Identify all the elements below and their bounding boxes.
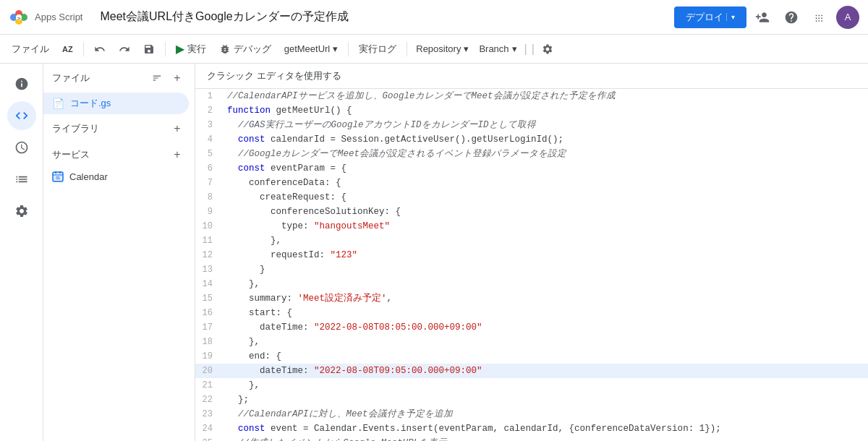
function-selector[interactable]: getMeetUrl ▾ xyxy=(278,39,344,59)
files-title: ファイル xyxy=(52,72,90,85)
files-sort-button[interactable] xyxy=(148,69,166,87)
sort-icon xyxy=(152,73,162,83)
file-panel-actions: + xyxy=(148,69,186,87)
sidebar-item-triggers[interactable] xyxy=(7,133,36,162)
classic-editor-banner[interactable]: クラシック エディタを使用する xyxy=(195,64,868,89)
toolbar: ファイル AZ ▶ 実行 デバッグ getMeetUrl ▾ 実行ログ Repo… xyxy=(0,35,868,64)
deploy-button[interactable]: デプロイ ▾ xyxy=(674,7,746,28)
files-add-icon: + xyxy=(174,72,180,84)
table-row: 10 type: "hangoutsMeet" xyxy=(195,219,868,234)
line-content: function getMeetUrl() { xyxy=(224,103,868,118)
run-icon: ▶ xyxy=(176,42,184,56)
line-content: dateTime: "2022-08-08T08:05:00.000+09:00… xyxy=(224,320,868,335)
editor-area: クラシック エディタを使用する 1//CalendarAPIサービスを追加し、G… xyxy=(195,64,868,441)
repository-label: Repository xyxy=(416,43,461,54)
project-title: Meet会議URL付きGoogleカレンダーの予定作成 xyxy=(100,9,674,25)
line-content: conferenceData: { xyxy=(224,176,868,190)
table-row: 18 }, xyxy=(195,335,868,349)
table-row: 5 //GoogleカレンダーでMeet会議が設定されるイベント登録パラメータを… xyxy=(195,147,868,161)
avatar[interactable]: A xyxy=(836,6,859,29)
service-name-calendar: Calendar xyxy=(69,171,108,182)
line-number: 19 xyxy=(195,349,224,364)
line-number: 2 xyxy=(195,103,224,118)
line-number: 15 xyxy=(195,291,224,306)
table-row: 21 }, xyxy=(195,378,868,393)
svg-text:31: 31 xyxy=(56,176,60,180)
file-menu-button[interactable]: ファイル xyxy=(6,39,55,59)
libraries-header: ライブラリ + xyxy=(43,114,195,140)
line-number: 12 xyxy=(195,248,224,262)
divider-5: | xyxy=(523,43,529,56)
sidebar-item-settings[interactable] xyxy=(7,197,36,226)
line-number: 10 xyxy=(195,219,224,234)
apps-script-logo: > xyxy=(9,7,29,27)
code-table: 1//CalendarAPIサービスを追加し、GoogleカレンダーでMeet会… xyxy=(195,89,868,441)
table-row: 4 const calendarId = Session.getActiveUs… xyxy=(195,132,868,147)
debug-button[interactable]: デバッグ xyxy=(213,39,277,59)
line-number: 1 xyxy=(195,89,224,103)
divider-2 xyxy=(165,42,166,56)
line-content: type: "hangoutsMeet" xyxy=(224,219,868,234)
calendar-service-icon: 31 xyxy=(52,171,64,182)
line-number: 14 xyxy=(195,277,224,291)
settings-icon xyxy=(14,204,29,218)
line-content: const eventParam = { xyxy=(224,161,868,176)
az-sort-button[interactable]: AZ xyxy=(56,39,79,59)
line-content: createRequest: { xyxy=(224,190,868,205)
function-name: getMeetUrl xyxy=(284,43,331,54)
line-number: 11 xyxy=(195,234,224,248)
file-icon: 📄 xyxy=(52,98,64,109)
line-number: 24 xyxy=(195,421,224,436)
redo-button[interactable] xyxy=(113,39,136,59)
services-title: サービス xyxy=(52,148,90,161)
line-content: } xyxy=(224,262,868,277)
line-number: 7 xyxy=(195,176,224,190)
exec-log-button[interactable]: 実行ログ xyxy=(353,39,402,59)
table-row: 8 createRequest: { xyxy=(195,190,868,205)
table-row: 13 } xyxy=(195,262,868,277)
file-item-code-gs[interactable]: 📄 コード.gs xyxy=(43,93,189,114)
run-button[interactable]: ▶ 実行 xyxy=(170,39,212,59)
sidebar-item-info[interactable] xyxy=(7,69,36,98)
file-panel: ファイル + 📄 コード.gs ライブラリ + サービス + xyxy=(43,64,195,441)
gear-icon xyxy=(542,43,553,55)
function-chevron-icon: ▾ xyxy=(333,43,338,54)
apps-button[interactable] xyxy=(807,4,833,30)
table-row: 19 end: { xyxy=(195,349,868,364)
save-button[interactable] xyxy=(137,39,161,59)
editor-settings-button[interactable] xyxy=(537,39,558,59)
table-row: 9 conferenceSolutionKey: { xyxy=(195,205,868,219)
table-row: 14 }, xyxy=(195,277,868,291)
table-row: 15 summary: 'Meet設定済み予定', xyxy=(195,291,868,306)
logo-area: > Apps Script xyxy=(9,7,82,27)
branch-chevron-icon: ▾ xyxy=(512,43,517,54)
libraries-add-button[interactable]: + xyxy=(169,120,186,137)
table-row: 23 //CalendarAPIに対し、Meet会議付き予定を追加 xyxy=(195,407,868,421)
files-add-button[interactable]: + xyxy=(169,69,186,87)
clock-icon xyxy=(14,140,29,155)
file-menu-label: ファイル xyxy=(12,43,49,56)
info-icon xyxy=(14,77,29,91)
code-editor[interactable]: 1//CalendarAPIサービスを追加し、GoogleカレンダーでMeet会… xyxy=(195,89,868,441)
line-content: end: { xyxy=(224,349,868,364)
branch-button[interactable]: Branch ▾ xyxy=(475,39,521,59)
services-add-button[interactable]: + xyxy=(169,146,186,163)
undo-button[interactable] xyxy=(88,39,111,59)
line-content: }, xyxy=(224,234,868,248)
service-item-calendar[interactable]: 31 Calendar xyxy=(43,166,195,187)
repository-chevron-icon: ▾ xyxy=(464,43,469,54)
line-content: }, xyxy=(224,335,868,349)
table-row: 3 //GAS実行ユーザーのGoogleアカウントIDをカレンダーIDとして取得 xyxy=(195,118,868,132)
deploy-chevron-icon: ▾ xyxy=(726,13,735,21)
line-number: 21 xyxy=(195,378,224,393)
sidebar-item-executions[interactable] xyxy=(7,165,36,194)
top-actions: デプロイ ▾ A xyxy=(674,4,859,30)
help-button[interactable] xyxy=(778,4,804,30)
line-number: 17 xyxy=(195,320,224,335)
add-collaborator-button[interactable] xyxy=(749,4,775,30)
sidebar-item-editor[interactable] xyxy=(7,101,36,130)
file-name: コード.gs xyxy=(70,97,111,110)
line-number: 16 xyxy=(195,306,224,320)
repository-button[interactable]: Repository ▾ xyxy=(412,39,473,59)
table-row: 16 start: { xyxy=(195,306,868,320)
